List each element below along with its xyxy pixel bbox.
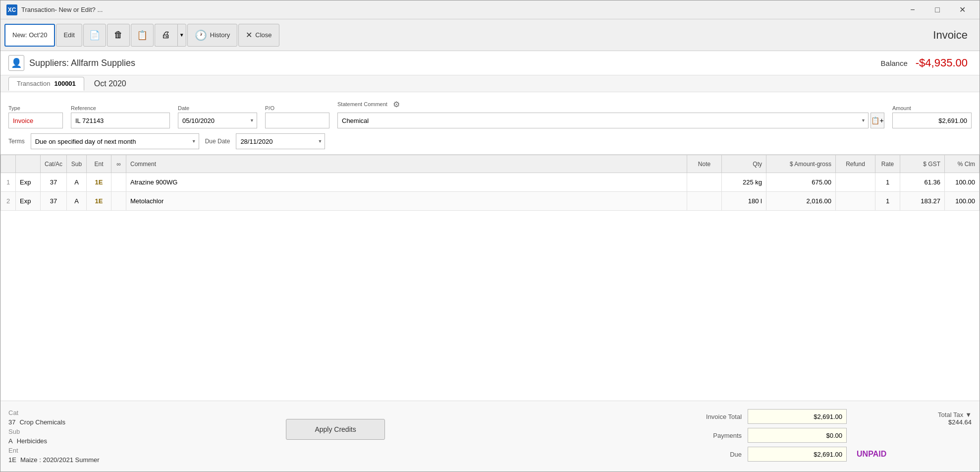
- tab-transaction-label: Transaction: [17, 80, 50, 87]
- cat-row: Cat: [8, 409, 276, 416]
- row-clm: 100.00: [945, 192, 980, 211]
- table-row[interactable]: 1 Exp 37 A 1E Atrazine 900WG 225 kg 675.…: [1, 173, 980, 192]
- sub-row: Sub: [8, 428, 276, 435]
- print-button-group: 🖨 ▼: [155, 24, 186, 47]
- table-body: 1 Exp 37 A 1E Atrazine 900WG 225 kg 675.…: [1, 173, 980, 211]
- transaction-tab[interactable]: Transaction 100001: [8, 77, 84, 91]
- row-refund: [836, 173, 875, 192]
- date-input[interactable]: [178, 113, 257, 128]
- reference-input[interactable]: [71, 113, 170, 128]
- copy-button[interactable]: 📋: [131, 24, 154, 47]
- row-amount: 2,016.00: [766, 192, 836, 211]
- row-type: Exp: [16, 173, 41, 192]
- sub-value-row: A Herbicides: [8, 437, 276, 445]
- terms-select[interactable]: Due on specified day of next month: [31, 133, 199, 149]
- ent-code: 1E: [8, 456, 16, 464]
- col-header-note: Note: [687, 155, 722, 173]
- due-date-select[interactable]: 28/11/2020: [236, 133, 325, 149]
- row-num: 1: [1, 173, 16, 192]
- reference-label: Reference: [71, 105, 170, 111]
- row-rate: 1: [875, 173, 900, 192]
- window-controls: − □ ✕: [901, 2, 974, 17]
- edit-button[interactable]: Edit: [56, 24, 82, 47]
- row-refund: [836, 192, 875, 211]
- supplier-header: 👤 Suppliers: Allfarm Supplies Balance -$…: [0, 51, 980, 75]
- total-tax-dropdown-icon[interactable]: ▼: [965, 411, 972, 418]
- sub-desc: Herbicides: [17, 437, 47, 445]
- note-button[interactable]: 📋+: [871, 113, 884, 128]
- ent-row: Ent: [8, 447, 276, 454]
- po-group: P/O: [265, 105, 329, 128]
- summary-fields: Invoice Total Payments Due UNPAID: [672, 409, 920, 462]
- cat-value-row: 37 Crop Chemicals: [8, 418, 276, 426]
- row-note: [687, 192, 722, 211]
- supplier-icon: 👤: [8, 55, 24, 71]
- row-qty: 180 l: [722, 192, 766, 211]
- col-header-qty: Qty: [722, 155, 766, 173]
- reference-group: Reference: [71, 105, 170, 128]
- col-header-ent: Ent: [87, 155, 111, 173]
- payments-label: Payments: [672, 432, 742, 439]
- gear-button[interactable]: ⚙: [389, 97, 403, 111]
- amount-input[interactable]: [892, 113, 972, 128]
- history-button[interactable]: 🕐 History: [187, 24, 237, 47]
- row-rate: 1: [875, 192, 900, 211]
- statement-select[interactable]: Chemical: [337, 113, 869, 128]
- title-bar: XC Transaction- New or Edit? ... − □ ✕: [0, 0, 980, 19]
- row-qty: 225 kg: [722, 173, 766, 192]
- row-type: Exp: [16, 192, 41, 211]
- terms-label: Terms: [8, 138, 25, 145]
- due-input[interactable]: [748, 447, 847, 462]
- delete-button[interactable]: 🗑: [107, 24, 130, 47]
- col-header-clm: % Clm: [945, 155, 980, 173]
- type-input[interactable]: [8, 113, 63, 128]
- print-button[interactable]: 🖨: [155, 24, 177, 47]
- type-label: Type: [8, 105, 63, 111]
- print-dropdown-arrow[interactable]: ▼: [177, 24, 186, 47]
- invoice-total-row: Invoice Total: [672, 409, 920, 424]
- line-items-table-container: Cat/Ac Sub Ent ∞ Comment Note Qty $ Amou…: [0, 154, 980, 401]
- bottom-center: Apply Credits: [286, 409, 385, 440]
- col-header-refund: Refund: [836, 155, 875, 173]
- col-header-rate: Rate: [875, 155, 900, 173]
- col-header-cat: Cat/Ac: [41, 155, 67, 173]
- minimize-button[interactable]: −: [901, 2, 924, 17]
- date-group: Date: [178, 105, 257, 128]
- invoice-label: Invoice: [933, 29, 976, 42]
- ent-value-row: 1E Maize : 2020/2021 Summer: [8, 456, 276, 464]
- close-button[interactable]: ✕ Close: [238, 24, 279, 47]
- cat-label: Cat: [8, 409, 23, 416]
- new-button[interactable]: New: Oct'20: [4, 24, 55, 47]
- invoice-total-input[interactable]: [748, 409, 847, 424]
- row-amount: 675.00: [766, 173, 836, 192]
- row-clm: 100.00: [945, 173, 980, 192]
- balance-value: -$4,935.00: [916, 57, 972, 69]
- total-tax-value: $244.64: [948, 418, 972, 426]
- row-comment: Metolachlor: [126, 192, 687, 211]
- po-label: P/O: [265, 105, 329, 111]
- statement-input-row: Chemical 📋+: [337, 113, 884, 128]
- terms-select-wrap: Due on specified day of next month: [31, 133, 199, 149]
- bottom-section: Cat 37 Crop Chemicals Sub A Herbicides E…: [0, 401, 980, 472]
- amount-label: Amount: [892, 105, 972, 111]
- attach-button[interactable]: 📄: [83, 24, 106, 47]
- table-row[interactable]: 2 Exp 37 A 1E Metolachlor 180 l 2,016.00…: [1, 192, 980, 211]
- po-input[interactable]: [265, 113, 329, 128]
- sub-label: Sub: [8, 428, 23, 435]
- maximize-button[interactable]: □: [926, 2, 949, 17]
- col-header-amount: $ Amount-gross: [766, 155, 836, 173]
- due-date-select-wrap: 28/11/2020: [236, 133, 325, 149]
- payments-input[interactable]: [748, 428, 847, 443]
- main-window: XC Transaction- New or Edit? ... − □ ✕ N…: [0, 0, 980, 472]
- close-window-button[interactable]: ✕: [951, 2, 974, 17]
- row-gst: 183.27: [900, 192, 945, 211]
- history-icon: 🕐: [195, 29, 207, 41]
- col-header-num: [1, 155, 16, 173]
- close-button-label: Close: [255, 31, 272, 39]
- toolbar: New: Oct'20 Edit 📄 🗑 📋 🖨 ▼ 🕐 History ✕ C…: [0, 19, 980, 51]
- row-num: 2: [1, 192, 16, 211]
- total-tax-label: Total Tax ▼: [938, 411, 972, 418]
- apply-credits-button[interactable]: Apply Credits: [286, 419, 385, 440]
- due-label: Due: [672, 451, 742, 458]
- statement-label: Statement Comment: [337, 101, 387, 107]
